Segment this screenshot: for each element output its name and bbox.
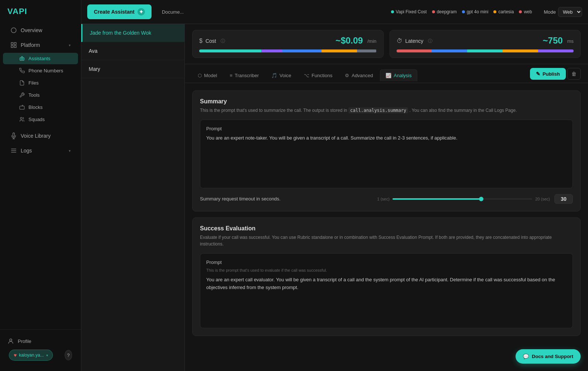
success-desc: Evaluate if your call was successful. Yo…: [200, 234, 573, 247]
sidebar-item-label: Logs: [21, 148, 32, 154]
svg-rect-2: [14, 42, 16, 44]
sidebar-item-assistants[interactable]: Assistants: [3, 53, 78, 64]
tab-functions-label: Functions: [312, 73, 332, 78]
slider-track: 1 (sec) 20 (sec): [377, 197, 550, 201]
cost-bar-segment4: [322, 49, 357, 52]
latency-card: ⏱ Latency ⓘ ~750 ms: [390, 30, 581, 58]
svg-rect-4: [14, 46, 16, 48]
log-icon: [10, 147, 17, 154]
cartesia-dot: [493, 10, 496, 13]
assistant-item-jade[interactable]: Jade from the Golden Wok: [81, 24, 184, 42]
slider-label: Summary request timeout in seconds.: [200, 196, 373, 202]
sidebar-item-platform[interactable]: Platform ▾: [3, 38, 78, 52]
latency-info-icon[interactable]: ⓘ: [428, 38, 432, 44]
summary-prompt-card: Prompt: [200, 120, 573, 188]
mode-label: Mode: [544, 9, 556, 15]
heart-icon: ♥: [14, 352, 17, 358]
mode-dropdown[interactable]: Web: [558, 7, 582, 17]
assistant-item-ava[interactable]: Ava: [81, 42, 184, 60]
plus-icon: ✦: [137, 8, 145, 16]
legend-item-web: web: [519, 9, 532, 14]
web-dot: [519, 10, 522, 13]
mic-icon: [10, 133, 17, 139]
phone-icon: [19, 68, 25, 73]
tab-model[interactable]: ⬡ Model: [192, 69, 222, 81]
grid-icon: [10, 42, 17, 48]
account-label: kaloyan.ya...: [19, 353, 44, 358]
summary-code: call.analysis.summary: [349, 107, 408, 113]
cost-bar-vapi: [199, 49, 261, 52]
voice-icon: 🎵: [271, 73, 277, 78]
chevron-down-icon: ▾: [46, 353, 48, 357]
cost-card: $ Cost ⓘ ~$0.09 /min: [192, 30, 384, 58]
sidebar-item-label: Voice Library: [21, 133, 51, 139]
help-button[interactable]: ?: [65, 350, 72, 360]
create-assistant-button[interactable]: Create Assistant ✦: [87, 4, 152, 19]
right-panel: $ Cost ⓘ ~$0.09 /min: [185, 24, 588, 371]
svg-point-6: [21, 59, 22, 59]
sidebar-item-blocks[interactable]: Blocks: [3, 102, 78, 113]
block-icon: [19, 104, 25, 110]
sidebar-item-files[interactable]: Files: [3, 77, 78, 89]
vapi-dot: [391, 10, 394, 13]
latency-unit: ms: [567, 38, 574, 44]
tab-voice-label: Voice: [279, 73, 291, 78]
svg-point-0: [11, 28, 16, 33]
slider-value[interactable]: 30: [554, 194, 573, 204]
summary-section: Summary This is the prompt that's used t…: [192, 90, 581, 212]
publish-button[interactable]: ✎ Publish: [530, 68, 566, 80]
model-icon: ⬡: [198, 73, 202, 78]
tab-advanced[interactable]: ⚙ Advanced: [339, 69, 378, 81]
latency-bar-segment5: [538, 49, 574, 52]
content-area: Jade from the Golden Wok Ava Mary $ Cost…: [81, 24, 588, 371]
tab-voice[interactable]: 🎵 Voice: [266, 69, 297, 81]
chat-icon: 💬: [523, 354, 529, 359]
logo: VAPI: [0, 0, 81, 23]
success-prompt-textarea[interactable]: [206, 276, 567, 320]
sidebar-item-label: Assistants: [28, 56, 50, 61]
user-icon: [7, 338, 14, 344]
account-badge[interactable]: ♥ kaloyan.ya... ▾: [9, 350, 53, 361]
sidebar-item-logs[interactable]: Logs ▾: [3, 144, 78, 158]
cost-info-icon[interactable]: ⓘ: [221, 38, 225, 44]
sidebar-item-phone-numbers[interactable]: Phone Numbers: [3, 65, 78, 76]
assistant-item-label: Jade from the Golden Wok: [90, 30, 151, 36]
latency-bar-segment1: [397, 49, 432, 52]
tabs-row: ⬡ Model ≡ Transcriber 🎵 Voice ⌥ Function…: [185, 64, 588, 83]
sidebar-item-label: Phone Numbers: [28, 68, 63, 73]
summary-prompt-textarea[interactable]: [206, 134, 567, 181]
circle-icon: [10, 27, 17, 34]
cost-unit: /min: [367, 38, 377, 44]
publish-label: Publish: [543, 71, 560, 77]
legend-label-web: web: [524, 9, 532, 14]
tab-functions[interactable]: ⌥ Functions: [298, 69, 338, 81]
doc-button[interactable]: Docume...: [157, 6, 188, 18]
sidebar-item-squads[interactable]: Squads: [3, 114, 78, 125]
mode-select: Mode Web: [544, 7, 582, 17]
svg-rect-8: [20, 106, 24, 109]
publish-icon: ✎: [536, 71, 540, 77]
sidebar-item-label: Squads: [28, 117, 45, 122]
cost-header: $ Cost ⓘ ~$0.09 /min: [199, 35, 377, 47]
tab-transcriber[interactable]: ≡ Transcriber: [224, 69, 264, 81]
profile-item[interactable]: Profile: [0, 334, 81, 348]
tab-analysis[interactable]: 📈 Analysis: [380, 69, 417, 81]
tab-analysis-label: Analysis: [394, 73, 411, 78]
docs-and-support-button[interactable]: 💬 Docs and Support: [516, 349, 581, 364]
sidebar: VAPI Overview Platform ▾ Assistants Phon…: [0, 0, 81, 371]
sidebar-item-overview[interactable]: Overview: [3, 23, 78, 37]
legend-label-vapi: Vapi Fixed Cost: [396, 9, 427, 14]
cost-bar-segment2: [261, 49, 283, 52]
sidebar-item-tools[interactable]: Tools: [3, 89, 78, 101]
slider-thumb: [479, 197, 483, 201]
assistant-item-mary[interactable]: Mary: [81, 60, 184, 78]
delete-button[interactable]: 🗑: [567, 68, 581, 80]
profile-label: Profile: [18, 339, 31, 344]
slider-fill: [392, 198, 483, 200]
sidebar-item-label: Tools: [28, 92, 40, 98]
legend-label-deepgram: deepgram: [437, 9, 457, 14]
sidebar-item-voice-library[interactable]: Voice Library: [3, 129, 78, 143]
legend: Vapi Fixed Cost deepgram gpt 4o mini car…: [391, 9, 532, 14]
docs-btn-label: Docs and Support: [532, 354, 573, 359]
slider-row: Summary request timeout in seconds. 1 (s…: [200, 194, 573, 204]
